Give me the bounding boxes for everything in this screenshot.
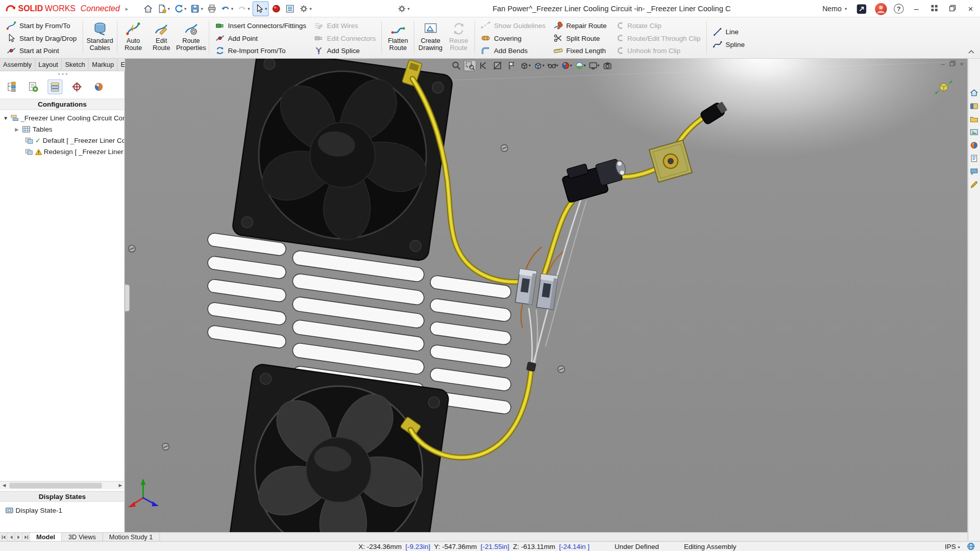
home-button[interactable] xyxy=(142,1,154,16)
edit-wires-button[interactable]: Edit Wires xyxy=(310,19,379,31)
options-gear-button[interactable]: ▾ xyxy=(298,1,313,16)
featuremanager-splitter-handle[interactable] xyxy=(125,284,130,312)
tabs-scroll-last-button[interactable] xyxy=(22,533,30,541)
default-configuration-node[interactable]: ✓ Default [ _Freezer Liner Coo xyxy=(0,135,125,146)
covering-button[interactable]: Covering xyxy=(477,32,550,44)
insert-connectors-fittings-button[interactable]: Insert Connectors/Fittings xyxy=(211,19,310,31)
panel-splitter-dots[interactable] xyxy=(54,73,71,76)
section-view-button[interactable] xyxy=(491,60,503,71)
hide-show-items-button[interactable]: ▾ xyxy=(546,60,558,71)
window-restore-button[interactable] xyxy=(947,4,958,13)
view-palette-button[interactable] xyxy=(968,127,979,137)
configurationmanager-tab[interactable] xyxy=(47,80,62,94)
view-settings-button[interactable]: ▾ xyxy=(587,60,600,71)
user-menu-button[interactable]: Nemo▾ xyxy=(821,1,848,16)
edit-connectors-button[interactable]: Edit Connectors xyxy=(310,32,379,44)
tab-layout[interactable]: Layout xyxy=(35,59,62,70)
start-by-drag-drop-button[interactable]: Start by Drag/Drop xyxy=(3,32,81,44)
scroll-left-icon[interactable]: ◀ xyxy=(0,483,8,488)
new-document-button[interactable]: ▾ xyxy=(156,1,171,16)
add-splice-button[interactable]: Add Splice xyxy=(310,44,379,56)
bottom-fan[interactable] xyxy=(228,363,450,532)
share-button[interactable] xyxy=(855,1,868,16)
displaymanager-tab[interactable] xyxy=(91,80,106,94)
edit-appearance-button[interactable]: ▾ xyxy=(560,60,572,71)
config-root-node[interactable]: ▼ _Freezer Liner Cooling Circuit Config xyxy=(0,112,125,123)
tables-node[interactable]: ▶ Tables xyxy=(0,123,125,135)
task-pane-home-button[interactable] xyxy=(968,87,979,97)
design-library-button[interactable] xyxy=(968,101,979,111)
tabs-scroll-first-button[interactable] xyxy=(0,533,8,541)
doc-window-restore-icon[interactable] xyxy=(949,61,955,67)
route-properties-button[interactable]: Route Properties xyxy=(176,19,207,57)
add-bends-button[interactable]: Add Bends xyxy=(477,44,550,56)
custom-properties-button[interactable] xyxy=(968,153,979,163)
appearances-button[interactable] xyxy=(968,140,979,150)
auto-route-button[interactable]: Auto Route xyxy=(119,19,148,57)
forum-button[interactable] xyxy=(968,166,979,177)
doc-window-close-icon[interactable]: × xyxy=(960,59,964,68)
tab-model[interactable]: Model xyxy=(30,533,62,541)
featuremanager-tree-tab[interactable] xyxy=(4,80,18,94)
tab-motion-study-1[interactable]: Motion Study 1 xyxy=(103,533,159,541)
settings-gear-button[interactable]: ▾ xyxy=(396,1,411,16)
redo-button[interactable]: ▾ xyxy=(236,1,251,16)
3dexperience-compass-button[interactable] xyxy=(270,1,282,16)
unit-system-selector[interactable]: IPS ▴ xyxy=(945,542,960,550)
repair-route-button[interactable]: Repair Route xyxy=(549,19,610,31)
propertymanager-tab[interactable] xyxy=(26,80,40,94)
user-avatar[interactable] xyxy=(875,3,887,15)
language-globe-button[interactable] xyxy=(965,541,976,551)
standard-cables-button[interactable]: Standard Cables xyxy=(85,19,115,57)
tab-assembly[interactable]: Assembly xyxy=(0,59,35,70)
rebuild-button[interactable]: ▾ xyxy=(173,1,188,16)
help-button[interactable]: ? xyxy=(894,4,904,14)
tab-markup[interactable]: Markup xyxy=(89,59,117,70)
reuse-route-button[interactable]: Reuse Route xyxy=(445,19,473,57)
display-style-button[interactable]: ▾ xyxy=(532,60,545,71)
previous-view-button[interactable] xyxy=(478,60,490,71)
panel-horizontal-scrollbar[interactable]: ◀ ▶ xyxy=(0,481,125,489)
undo-button[interactable]: ▾ xyxy=(219,1,235,16)
rotate-clip-button[interactable]: Rotate Clip xyxy=(610,19,704,31)
ribbon-collapse-button[interactable] xyxy=(968,48,975,56)
save-button[interactable]: ▾ xyxy=(189,1,204,16)
camera-button[interactable] xyxy=(601,60,614,71)
re-import-from-to-button[interactable]: Re-Import From/To xyxy=(211,44,310,56)
annotation-flag-button[interactable] xyxy=(505,60,517,71)
scrollbar-thumb[interactable] xyxy=(9,483,102,488)
print-button[interactable] xyxy=(206,1,218,16)
show-guidelines-button[interactable]: Show Guidelines xyxy=(477,19,550,31)
edit-route-button[interactable]: Edit Route xyxy=(148,19,176,57)
dimxpertmanager-tab[interactable] xyxy=(69,80,84,94)
brand-expander-icon[interactable]: ▸ xyxy=(126,5,129,11)
apps-grid-button[interactable] xyxy=(929,4,940,13)
split-route-button[interactable]: Split Route xyxy=(549,32,610,44)
graphics-area[interactable] xyxy=(125,59,968,532)
start-at-point-button[interactable]: Start at Point xyxy=(3,44,81,56)
flatten-route-button[interactable]: Flatten Route xyxy=(384,19,412,57)
view-orientation-button[interactable]: ▾ xyxy=(519,60,531,71)
markup-button[interactable] xyxy=(968,179,979,189)
zoom-to-fit-button[interactable] xyxy=(450,60,462,71)
redesign-configuration-node[interactable]: Redesign [ _Freezer Liner Co xyxy=(0,146,125,158)
graphics-viewport[interactable]: ▾ ▾ ▾ ▾ ▾ ▾ – × xyxy=(125,59,968,532)
unhook-from-clip-button[interactable]: Unhook from Clip xyxy=(610,44,704,56)
collapsed-arrow-icon[interactable]: ▶ xyxy=(14,127,20,132)
zoom-to-area-button[interactable] xyxy=(464,60,476,71)
scroll-right-icon[interactable]: ▶ xyxy=(116,483,125,488)
spline-button[interactable]: Spline xyxy=(708,38,748,50)
window-close-button[interactable]: × xyxy=(965,4,976,14)
select-tool-button[interactable]: ▾ xyxy=(253,1,269,16)
line-button[interactable]: Line xyxy=(708,26,748,38)
display-state-item[interactable]: Display State-1 xyxy=(0,505,125,516)
tabs-scroll-next-button[interactable] xyxy=(15,533,22,541)
fixed-length-button[interactable]: Fixed Length xyxy=(549,44,610,56)
tab-sketch[interactable]: Sketch xyxy=(62,59,89,70)
file-explorer-button[interactable] xyxy=(968,114,979,124)
start-by-from-to-button[interactable]: Start by From/To xyxy=(3,19,81,31)
tab-3d-views[interactable]: 3D Views xyxy=(62,533,103,541)
expanded-arrow-icon[interactable]: ▼ xyxy=(3,115,9,121)
doc-window-minimize-icon[interactable]: – xyxy=(941,59,945,68)
view-cube-indicator[interactable] xyxy=(934,80,952,97)
